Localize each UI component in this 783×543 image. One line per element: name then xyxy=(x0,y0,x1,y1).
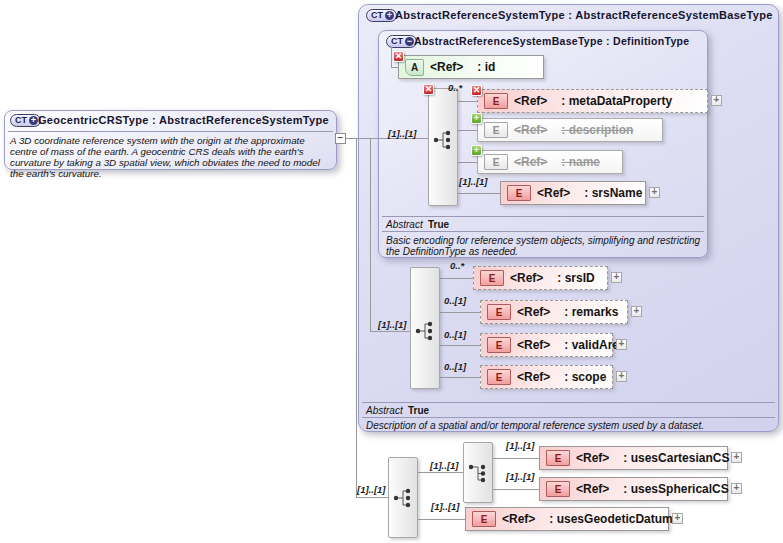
element-ref: <Ref> xyxy=(517,338,550,352)
cardinality-label: [1]..[1] xyxy=(459,176,488,187)
expand-icon[interactable]: + xyxy=(711,95,722,106)
connector-line xyxy=(440,312,480,313)
collapse-toggle-icon[interactable]: − xyxy=(405,37,414,46)
divider xyxy=(8,131,333,132)
cardinality-label: [1]..[1] xyxy=(431,501,460,512)
base-class-title: AbstractReferenceSystemBaseType : Defini… xyxy=(414,35,689,47)
complex-type-icon[interactable]: CT + xyxy=(366,9,397,22)
connector-line xyxy=(370,138,371,332)
sequence-icon xyxy=(415,320,435,342)
expand-icon[interactable]: + xyxy=(649,187,660,198)
schema-diagram: CT + GeocentricCRSType : AbstractReferen… xyxy=(0,0,783,543)
element-icon: E xyxy=(480,270,504,286)
element-row-usessphericalcs[interactable]: E <Ref> : usesSphericalCS xyxy=(539,477,728,501)
element-icon: E xyxy=(546,450,570,466)
element-ref: <Ref> xyxy=(502,512,535,526)
connector-line xyxy=(458,101,477,102)
element-ref: <Ref> xyxy=(510,271,543,285)
element-name: : srsName xyxy=(584,186,642,200)
element-name: : usesCartesianCS xyxy=(623,451,729,465)
abstract-value: True xyxy=(428,219,449,230)
connector-line xyxy=(493,489,539,490)
expand-icon[interactable]: + xyxy=(611,272,622,283)
cardinality-label: [1]..[1] xyxy=(506,440,535,451)
cardinality-label: [1]..[1] xyxy=(506,471,535,482)
element-ref: <Ref> xyxy=(517,305,550,319)
element-row-name[interactable]: E <Ref>: name xyxy=(477,150,623,174)
restriction-remove-icon: ✕ xyxy=(423,84,434,95)
sequence-compositor[interactable] xyxy=(428,88,458,206)
expand-icon[interactable]: + xyxy=(731,452,742,463)
expand-toggle-icon[interactable]: + xyxy=(385,11,394,20)
sequence-compositor[interactable] xyxy=(388,457,418,538)
element-name: : usesGeodeticDatum xyxy=(549,512,672,526)
element-ref: <Ref> xyxy=(576,451,609,465)
element-row-srsname[interactable]: E <Ref> : srsName xyxy=(500,181,646,205)
element-ref: <Ref> xyxy=(514,155,547,169)
prohibited-element-text: <Ref>: description xyxy=(514,123,633,137)
element-name: : name xyxy=(561,155,600,169)
connector-line xyxy=(458,162,477,163)
connector-line xyxy=(418,472,463,473)
element-row-description[interactable]: E <Ref>: description xyxy=(477,118,663,142)
expand-icon[interactable]: + xyxy=(731,483,742,494)
connector-line xyxy=(440,278,473,279)
element-row-srsid[interactable]: E <Ref> : srsID xyxy=(473,266,608,290)
element-row-remarks[interactable]: E <Ref> : remarks xyxy=(480,300,628,324)
attribute-name: : id xyxy=(477,60,495,74)
element-name: : scope xyxy=(564,370,606,384)
restriction-remove-icon: ✕ xyxy=(393,51,404,62)
element-name: : srsID xyxy=(557,271,594,285)
cardinality-label: [1]..[1] xyxy=(430,460,459,471)
element-row-usescartesiancs[interactable]: E <Ref> : usesCartesianCS xyxy=(539,446,728,470)
connector-line xyxy=(391,67,398,68)
element-row-scope[interactable]: E <Ref> : scope xyxy=(480,365,613,389)
complex-type-icon[interactable]: CT + xyxy=(10,114,41,127)
connector-line xyxy=(370,331,410,332)
divider xyxy=(362,402,775,403)
element-icon: E xyxy=(487,369,511,385)
ct-letters: CT xyxy=(371,10,383,21)
element-row-metadataproperty[interactable]: E <Ref> : metaDataProperty xyxy=(477,89,708,113)
attribute-icon: A xyxy=(405,59,424,76)
element-ref: <Ref> xyxy=(514,94,547,108)
connector-line xyxy=(391,47,392,67)
element-name: : description xyxy=(561,123,633,137)
outer-class-title: AbstractReferenceSystemType : AbstractRe… xyxy=(395,9,773,21)
cardinality-label: 0..[1] xyxy=(444,361,466,372)
element-ref: <Ref> xyxy=(514,123,547,137)
cardinality-label: 0..* xyxy=(450,260,464,271)
outer-class-annotation: Description of a spatial and/or temporal… xyxy=(366,420,774,431)
element-ref: <Ref> xyxy=(576,482,609,496)
divider xyxy=(382,216,704,217)
element-row-validarea[interactable]: E <Ref> : validArea xyxy=(480,333,613,357)
connector-line xyxy=(440,377,480,378)
choice-compositor[interactable] xyxy=(463,442,493,503)
add-icon: + xyxy=(471,145,482,156)
element-row-usesgeodeticdatum[interactable]: E <Ref> : usesGeodeticDatum xyxy=(465,507,669,531)
prohibited-element-text: <Ref>: name xyxy=(514,155,600,169)
collapse-handle[interactable]: − xyxy=(335,133,346,144)
sequence-compositor[interactable] xyxy=(410,267,440,389)
connector-line xyxy=(458,130,477,131)
base-class-annotation: Basic encoding for reference system obje… xyxy=(386,235,702,257)
expand-icon[interactable]: + xyxy=(616,339,627,350)
abstract-label: Abstract xyxy=(386,219,423,230)
cardinality-label: 0..[1] xyxy=(444,295,466,306)
expand-icon[interactable]: + xyxy=(631,306,642,317)
element-name: : metaDataProperty xyxy=(561,94,672,108)
divider xyxy=(382,231,704,232)
element-icon: E xyxy=(484,122,508,138)
connector-line xyxy=(356,497,388,498)
cardinality-label: [1]..[1] xyxy=(388,128,417,139)
element-ref: <Ref> xyxy=(517,370,550,384)
expand-icon[interactable]: + xyxy=(616,371,627,382)
element-ref: <Ref> xyxy=(537,186,570,200)
attribute-row-id[interactable]: A <Ref> : id xyxy=(398,55,544,79)
expand-toggle-icon[interactable]: + xyxy=(29,116,38,125)
connector-line xyxy=(458,193,500,194)
cardinality-label: [1]..[1] xyxy=(357,484,386,495)
expand-icon[interactable]: + xyxy=(672,513,683,524)
left-class-title: GeocentricCRSType : AbstractReferenceSys… xyxy=(38,114,329,126)
element-name: : usesSphericalCS xyxy=(623,482,728,496)
